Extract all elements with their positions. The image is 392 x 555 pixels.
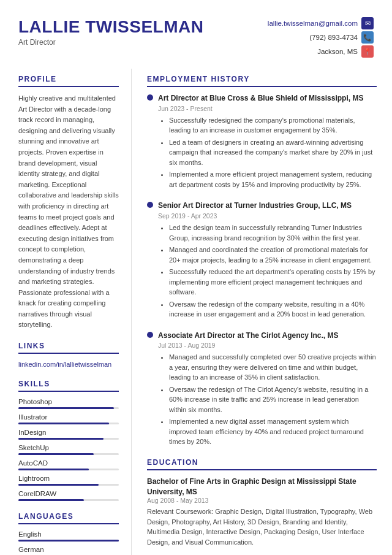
languages-section-header: LANGUAGES <box>18 512 119 524</box>
skill-item: SketchUp <box>18 444 119 455</box>
header: LALLIE TWISSELMAN Art Director lallie.tw… <box>0 0 392 69</box>
job-dates: Jul 2013 - Aug 2019 <box>158 342 377 349</box>
skill-name: InDesign <box>18 429 119 436</box>
location-text: Jackson, MS <box>317 48 358 55</box>
job-title-row: Senior Art Director at Turner Industries… <box>147 201 377 211</box>
contact-phone-row: (792) 893-4734 📞 <box>309 31 374 44</box>
job-entry: Associate Art Director at The Cirlot Age… <box>147 331 377 447</box>
linkedin-link[interactable]: linkedin.com/in/lallietwisselman <box>18 361 111 368</box>
skill-name: CorelDRAW <box>18 490 119 497</box>
profile-text: Highly creative and multitalented Art Di… <box>18 93 119 331</box>
phone-text: (792) 893-4734 <box>309 34 358 41</box>
resume-container: LALLIE TWISSELMAN Art Director lallie.tw… <box>0 0 392 555</box>
job-dot <box>147 332 153 338</box>
profile-section-header: PROFILE <box>18 75 119 87</box>
edu-degree: Bachelor of Fine Arts in Graphic Design … <box>147 477 377 497</box>
skill-fill <box>18 423 109 424</box>
education-container: Bachelor of Fine Arts in Graphic Design … <box>147 477 377 548</box>
language-name: English <box>18 530 119 538</box>
contact-location-row: Jackson, MS 📍 <box>317 45 374 58</box>
skill-item: Illustrator <box>18 413 119 424</box>
language-item: German <box>18 546 119 555</box>
job-bullet: Led a team of designers in creating an a… <box>169 137 377 168</box>
skill-bar <box>18 453 119 455</box>
skill-name: AutoCAD <box>18 459 119 467</box>
skill-item: InDesign <box>18 429 119 440</box>
skill-name: SketchUp <box>18 444 119 451</box>
skill-fill <box>18 453 94 455</box>
skill-item: AutoCAD <box>18 459 119 470</box>
job-bullet: Oversaw the redesign of the company webs… <box>169 299 377 320</box>
skill-name: Photoshop <box>18 398 119 405</box>
skill-item: CorelDRAW <box>18 490 119 501</box>
header-left: LALLIE TWISSELMAN Art Director <box>18 17 203 47</box>
skill-name: Lightroom <box>18 475 119 482</box>
skill-fill <box>18 407 114 409</box>
job-title-row: Art Director at Blue Cross & Blue Shield… <box>147 93 377 104</box>
email-icon: ✉ <box>361 17 374 29</box>
links-section-header: LINKS <box>18 342 119 354</box>
job-dates: Jun 2023 - Present <box>158 105 377 112</box>
skill-name: Illustrator <box>18 413 119 421</box>
skill-item: Photoshop <box>18 398 119 409</box>
skill-fill <box>18 438 104 440</box>
language-fill <box>18 540 119 542</box>
language-bar <box>18 540 119 542</box>
job-entry: Art Director at Blue Cross & Blue Shield… <box>147 93 377 189</box>
contact-email-row: lallie.twisselman@gmail.com ✉ <box>268 17 374 29</box>
right-column: EMPLOYMENT HISTORY Art Director at Blue … <box>132 69 392 555</box>
candidate-title: Art Director <box>18 38 203 47</box>
skill-bar <box>18 499 119 501</box>
job-title: Associate Art Director at The Cirlot Age… <box>158 331 339 341</box>
job-bullet: Implemented a new digital asset manageme… <box>169 416 377 447</box>
job-title: Art Director at Blue Cross & Blue Shield… <box>158 93 363 104</box>
job-bullet: Led the design team in successfully rebr… <box>169 223 377 243</box>
header-right: lallie.twisselman@gmail.com ✉ (792) 893-… <box>268 17 374 58</box>
skill-bar <box>18 423 119 424</box>
job-bullet: Managed and coordinated the creation of … <box>169 245 377 265</box>
job-bullet: Successfully redesigned the company's pr… <box>169 115 377 136</box>
job-bullet: Implemented a more efficient project man… <box>169 169 377 189</box>
skill-fill <box>18 484 99 486</box>
employment-section-header: EMPLOYMENT HISTORY <box>147 75 377 87</box>
job-title: Senior Art Director at Turner Industries… <box>158 201 352 211</box>
skill-bar <box>18 438 119 440</box>
edu-coursework: Relevant Coursework: Graphic Design, Dig… <box>147 507 377 547</box>
main-content: PROFILE Highly creative and multitalente… <box>0 69 392 555</box>
skills-section-header: SKILLS <box>18 380 119 392</box>
job-dot <box>147 202 153 208</box>
skill-fill <box>18 499 84 501</box>
job-bullets-list: Led the design team in successfully rebr… <box>162 223 377 320</box>
job-entry: Senior Art Director at Turner Industries… <box>147 201 377 319</box>
job-bullet: Managed and successfully completed over … <box>169 352 377 383</box>
languages-container: English German <box>18 530 119 555</box>
candidate-name: LALLIE TWISSELMAN <box>18 17 203 37</box>
education-entry: Bachelor of Fine Arts in Graphic Design … <box>147 477 377 548</box>
skills-container: Photoshop Illustrator InDesign SketchUp … <box>18 398 119 501</box>
job-dates: Sep 2019 - Apr 2023 <box>158 212 377 220</box>
employment-container: Art Director at Blue Cross & Blue Shield… <box>147 93 377 447</box>
skill-item: Lightroom <box>18 475 119 486</box>
language-name: German <box>18 546 119 553</box>
left-column: PROFILE Highly creative and multitalente… <box>0 69 132 555</box>
job-dot <box>147 94 153 101</box>
skill-bar <box>18 484 119 486</box>
skill-fill <box>18 469 89 470</box>
job-bullet: Successfully reduced the art department'… <box>169 267 377 297</box>
phone-icon: 📞 <box>361 31 374 44</box>
skill-bar <box>18 469 119 470</box>
location-icon: 📍 <box>361 45 374 58</box>
job-bullets-list: Managed and successfully completed over … <box>162 352 377 447</box>
edu-dates: Aug 2008 - May 2013 <box>147 497 377 504</box>
job-bullet: Oversaw the redesign of The Cirlot Agenc… <box>169 385 377 415</box>
language-item: English <box>18 530 119 542</box>
job-title-row: Associate Art Director at The Cirlot Age… <box>147 331 377 341</box>
email-link[interactable]: lallie.twisselman@gmail.com <box>268 20 358 27</box>
education-section-header: EDUCATION <box>147 458 377 470</box>
job-bullets-list: Successfully redesigned the company's pr… <box>162 115 377 190</box>
linkedin-link-item: linkedin.com/in/lallietwisselman <box>18 360 119 369</box>
skill-bar <box>18 407 119 409</box>
